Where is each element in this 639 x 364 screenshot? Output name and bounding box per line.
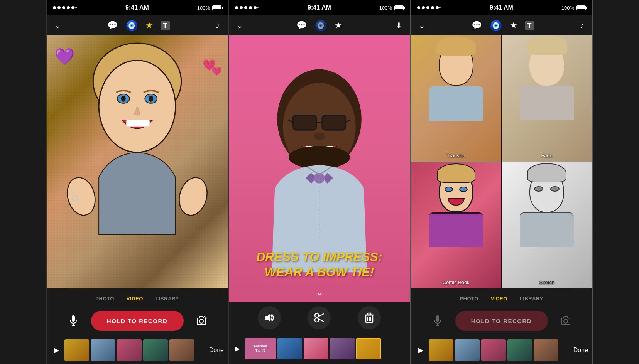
mode-library-3[interactable]: LIBRARY xyxy=(520,296,543,302)
mode-photo[interactable]: PHOTO xyxy=(95,296,114,302)
scissors-button[interactable] xyxy=(308,306,331,329)
record-button-3[interactable]: HOLD TO RECORD xyxy=(455,311,548,331)
filter-sketch[interactable]: Sketch xyxy=(502,162,592,288)
filter-person-comic xyxy=(411,162,501,288)
chat-icon[interactable]: 💬 xyxy=(107,20,118,30)
chevron-down-icon-3[interactable]: ⌄ xyxy=(419,21,425,30)
top-nav-2: ⌄ 💬 🧿 ★ ⬇ xyxy=(229,15,410,35)
mode-video-3[interactable]: VIDEO xyxy=(491,296,507,302)
filter-transfer[interactable]: Transfer xyxy=(411,35,501,162)
signal-dot xyxy=(67,6,70,9)
signal-strength-3 xyxy=(417,6,439,9)
status-right-2: 100% xyxy=(379,5,404,11)
signal-dot xyxy=(422,6,425,9)
mode-photo-3[interactable]: PHOTO xyxy=(460,296,478,302)
done-button-1[interactable]: Done xyxy=(209,347,224,354)
bottom-section-1: PHOTO VIDEO LIBRARY HOLD TO RECORD xyxy=(47,288,228,364)
emoji-pack-icon[interactable]: 🧿 xyxy=(125,20,138,32)
mode-library[interactable]: LIBRARY xyxy=(156,296,179,302)
music-note-icon[interactable]: ♪ xyxy=(216,20,220,30)
thumbnail-pink[interactable] xyxy=(304,338,328,359)
battery-icon-3 xyxy=(576,5,586,10)
mode-selector-1: PHOTO VIDEO LIBRARY xyxy=(47,288,228,305)
thumbnail-strip-3: ▶ Done xyxy=(411,336,592,364)
camera-flip-button[interactable] xyxy=(193,312,210,329)
play-button-2[interactable]: ▶ xyxy=(231,342,243,355)
filter-comic-book[interactable]: Comic Book xyxy=(411,162,501,288)
chevron-down-icon[interactable]: ⌄ xyxy=(54,21,61,30)
wifi-icon-2: ⌖ xyxy=(257,5,259,11)
status-right: 100% xyxy=(197,5,221,11)
chevron-down-icon-2[interactable]: ⌄ xyxy=(237,21,243,30)
text-icon[interactable]: T xyxy=(161,21,170,30)
thumbnail-bowtie[interactable] xyxy=(277,338,302,359)
star-icon-3[interactable]: ★ xyxy=(510,20,517,30)
thumbnail-label: FashionTip #2 xyxy=(245,338,276,359)
thumbnail-5[interactable] xyxy=(169,339,194,361)
status-right-3: 100% xyxy=(561,5,586,11)
thumbnail-man2-selected[interactable] xyxy=(356,338,381,359)
svg-marker-31 xyxy=(265,314,270,322)
status-time-3: 9:41 AM xyxy=(490,4,513,11)
nav-icons-group-3: 💬 🧿 ★ T xyxy=(472,20,534,32)
mic-button[interactable] xyxy=(65,312,82,329)
thumbnail-3-1[interactable] xyxy=(429,339,453,361)
chat-icon-2[interactable]: 💬 xyxy=(296,20,307,30)
fashion-video-bg: DRESS TO IMPRESS:WEAR A BOW TIE! ⌄ xyxy=(229,35,410,302)
thumbnail-3[interactable] xyxy=(117,339,142,361)
thumbnail-3-2[interactable] xyxy=(455,339,480,361)
mode-video[interactable]: VIDEO xyxy=(127,296,143,302)
chevron-down-video[interactable]: ⌄ xyxy=(316,287,323,298)
text-icon-3[interactable]: T xyxy=(525,21,534,30)
svg-point-24 xyxy=(314,133,325,140)
svg-point-5 xyxy=(149,96,153,102)
thumbnail-3-4[interactable] xyxy=(507,339,532,361)
signal-dot xyxy=(71,6,74,9)
signal-dot xyxy=(57,6,61,9)
thumbnail-3-3[interactable] xyxy=(481,339,506,361)
emoji-pack-icon-3[interactable]: 🧿 xyxy=(490,20,502,32)
record-button-1[interactable]: HOLD TO RECORD xyxy=(91,311,184,331)
thumbnail-1[interactable] xyxy=(64,339,89,361)
camera-flip-icon xyxy=(196,316,207,326)
music-note-icon-3[interactable]: ♪ xyxy=(580,20,584,30)
star-icon[interactable]: ★ xyxy=(145,20,153,30)
delete-button[interactable] xyxy=(358,306,381,329)
signal-strength-2 xyxy=(235,6,257,9)
signal-dot xyxy=(249,6,252,9)
filter-fade[interactable]: Fade xyxy=(502,35,592,162)
battery-icon-2 xyxy=(394,5,404,10)
camera-view-1: 💜 💗 💗 xyxy=(47,35,228,288)
emoji-pack-icon-2[interactable]: 🧿 xyxy=(314,20,327,32)
signal-dot xyxy=(254,6,257,9)
chat-icon-3[interactable]: 💬 xyxy=(472,20,482,30)
status-time: 9:41 AM xyxy=(125,4,149,11)
video-overlay-text: DRESS TO IMPRESS:WEAR A BOW TIE! xyxy=(229,249,410,279)
thumbnail-2[interactable] xyxy=(91,339,115,361)
play-button-3[interactable]: ▶ xyxy=(415,344,427,356)
camera-flip-button-3[interactable] xyxy=(557,312,574,329)
thumbnail-4[interactable] xyxy=(143,339,168,361)
wifi-icon: ⌖ xyxy=(74,5,77,11)
svg-rect-22 xyxy=(294,116,316,129)
volume-icon xyxy=(264,313,275,322)
nav-icons-group-2: 💬 🧿 ★ xyxy=(296,20,342,32)
screen-2: ⌖ 9:41 AM 100% ⌄ 💬 🧿 ★ ⬇ xyxy=(228,0,411,364)
download-icon[interactable]: ⬇ xyxy=(396,21,402,30)
thumbnail-man1[interactable] xyxy=(330,338,355,359)
screen-3: ⌖ 9:41 AM 100% ⌄ 💬 🧿 ★ T ♪ xyxy=(411,0,593,364)
status-bar-1: ⌖ 9:41 AM 100% xyxy=(47,0,228,15)
mic-button-3[interactable] xyxy=(429,312,446,329)
record-button-label: HOLD TO RECORD xyxy=(107,318,167,324)
volume-button[interactable] xyxy=(258,306,281,329)
thumbnail-3-5[interactable] xyxy=(534,339,558,361)
filter-grid: Transfer Fade xyxy=(411,35,592,288)
play-button-1[interactable]: ▶ xyxy=(51,344,63,356)
bottom-section-2: ▶ FashionTip #2 xyxy=(229,302,410,364)
star-icon-2[interactable]: ★ xyxy=(335,20,342,30)
battery-percent-3: 100% xyxy=(561,5,574,11)
done-button-3[interactable]: Done xyxy=(573,347,588,354)
thumbnail-fashion-tip[interactable]: FashionTip #2 xyxy=(245,338,276,359)
comic-filter-bg: 💜 💗 💗 xyxy=(47,35,228,288)
mode-selector-3: PHOTO VIDEO LIBRARY xyxy=(411,288,592,305)
